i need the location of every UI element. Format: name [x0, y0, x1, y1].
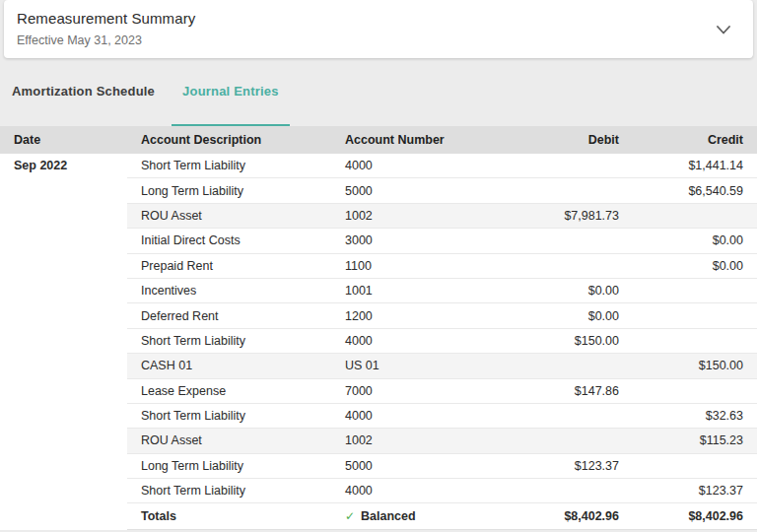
account-number-cell: 4000: [331, 159, 499, 172]
page-title: Remeasurement Summary: [17, 10, 737, 27]
totals-credit: $8,402.96: [619, 509, 743, 523]
debit-cell: $0.00: [499, 284, 619, 298]
check-icon: ✓: [345, 509, 355, 523]
account-description-cell: Short Term Liability: [127, 334, 331, 348]
account-description-cell: Short Term Liability: [127, 484, 331, 498]
totals-debit: $8,402.96: [499, 509, 619, 523]
date-column: Sep 2022: [0, 154, 127, 530]
account-description-cell: Prepaid Rent: [127, 259, 331, 273]
credit-cell: $32.63: [619, 409, 743, 423]
debit-cell: $150.00: [499, 334, 619, 348]
account-description-cell: CASH 01: [127, 359, 331, 372]
table-row: Short Term Liability 4000 $150.00: [127, 329, 757, 354]
table-body: Sep 2022 Short Term Liability 4000 $1,44…: [0, 154, 757, 530]
table-row: Lease Expense 7000 $147.86: [127, 379, 757, 404]
debit-cell: $147.86: [499, 384, 619, 398]
account-description-cell: ROU Asset: [127, 433, 331, 447]
debit-cell: $7,981.73: [499, 209, 619, 223]
account-number-cell: 1002: [331, 433, 499, 447]
column-header-description: Account Description: [127, 133, 331, 147]
credit-cell: $115.23: [619, 433, 743, 447]
credit-cell: $150.00: [619, 359, 743, 372]
account-number-cell: 4000: [331, 484, 499, 498]
table-row: Long Term Liability 5000 $6,540.59: [127, 178, 757, 203]
account-description-cell: Deferred Rent: [127, 309, 331, 323]
account-number-cell: 1001: [331, 284, 499, 298]
credit-cell: $1,441.14: [619, 159, 743, 172]
table-row: Initial Direct Costs 3000 $0.00: [127, 229, 757, 253]
account-description-cell: Initial Direct Costs: [127, 233, 331, 247]
table-row: Short Term Liability 4000 $123.37: [127, 479, 757, 503]
chevron-down-icon: [717, 23, 730, 37]
table-row: Short Term Liability 4000 $1,441.14: [127, 154, 757, 178]
account-description-cell: Long Term Liability: [127, 184, 331, 198]
journal-entries-table: Date Account Description Account Number …: [0, 126, 757, 530]
credit-cell: $0.00: [619, 259, 743, 273]
account-number-cell: 4000: [331, 334, 499, 348]
summary-card: Remeasurement Summary Effective May 31, …: [4, 0, 753, 58]
date-group-label: Sep 2022: [14, 154, 127, 178]
totals-row: Totals ✓ Balanced $8,402.96 $8,402.96: [127, 503, 757, 530]
effective-date-label: Effective May 31, 2023: [17, 33, 737, 47]
debit-cell: $0.00: [499, 309, 619, 323]
column-header-account-number: Account Number: [331, 133, 499, 147]
account-number-cell: 5000: [331, 459, 499, 473]
table-row: ROU Asset 1002 $115.23: [127, 429, 757, 453]
credit-cell: $6,540.59: [619, 184, 743, 198]
tab-journal-entries[interactable]: Journal Entries: [172, 82, 290, 126]
account-number-cell: 4000: [331, 409, 499, 423]
table-row: Long Term Liability 5000 $123.37: [127, 454, 757, 479]
account-number-cell: 3000: [331, 233, 499, 247]
table-row: Incentives 1001 $0.00: [127, 279, 757, 303]
balanced-status: ✓ Balanced: [331, 509, 499, 523]
account-description-cell: Long Term Liability: [127, 459, 331, 473]
account-description-cell: Short Term Liability: [127, 159, 331, 172]
credit-cell: $0.00: [619, 233, 743, 247]
account-number-cell: 5000: [331, 184, 499, 198]
table-rows: Short Term Liability 4000 $1,441.14 Long…: [127, 154, 757, 530]
account-number-cell: 1100: [331, 259, 499, 273]
totals-label: Totals: [127, 509, 331, 523]
account-description-cell: Incentives: [127, 284, 331, 298]
column-header-credit: Credit: [619, 133, 743, 147]
column-header-date: Date: [0, 133, 127, 147]
account-number-cell: 1200: [331, 309, 499, 323]
debit-cell: $123.37: [499, 459, 619, 473]
table-header-row: Date Account Description Account Number …: [0, 126, 757, 154]
account-number-cell: US 01: [331, 359, 499, 372]
tab-amortization-schedule[interactable]: Amortization Schedule: [1, 82, 166, 126]
collapse-summary-button[interactable]: [712, 18, 735, 41]
account-description-cell: ROU Asset: [127, 209, 331, 223]
table-row: CASH 01 US 01 $150.00: [127, 354, 757, 378]
account-number-cell: 7000: [331, 384, 499, 398]
table-row: Prepaid Rent 1100 $0.00: [127, 254, 757, 279]
account-number-cell: 1002: [331, 209, 499, 223]
table-row: Deferred Rent 1200 $0.00: [127, 303, 757, 328]
table-row: ROU Asset 1002 $7,981.73: [127, 204, 757, 229]
column-header-debit: Debit: [499, 133, 619, 147]
account-description-cell: Short Term Liability: [127, 409, 331, 423]
table-row: Short Term Liability 4000 $32.63: [127, 404, 757, 429]
account-description-cell: Lease Expense: [127, 384, 331, 398]
balanced-status-label: Balanced: [361, 509, 416, 523]
credit-cell: $123.37: [619, 484, 743, 498]
tab-bar: Amortization ScheduleJournal Entries: [0, 58, 757, 126]
